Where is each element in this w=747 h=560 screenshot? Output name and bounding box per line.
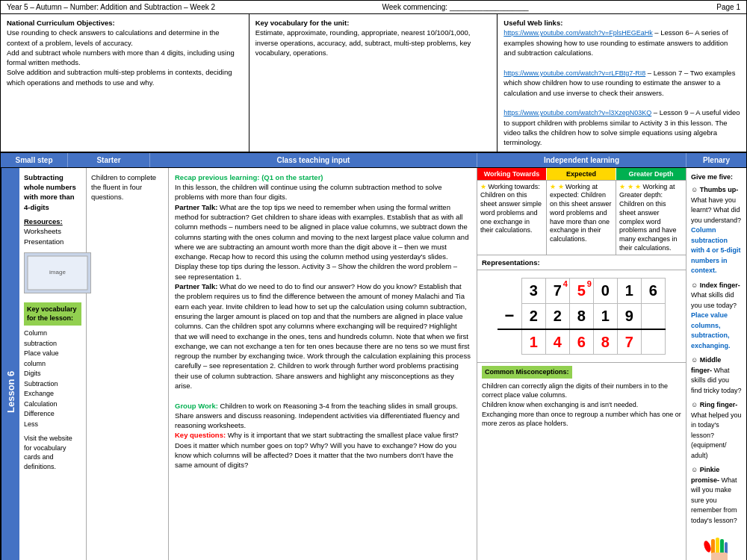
cell-r2-9: 9: [617, 304, 641, 329]
col-header-teaching: Class teaching input: [150, 153, 477, 167]
wt-text: Working towards: Children on this sheet …: [480, 183, 542, 234]
exp-text: Working at expected: Children on this sh…: [550, 183, 612, 243]
cell-r2-1b: 1: [593, 304, 617, 329]
partner-talk-2: Partner Talk:: [175, 282, 217, 290]
minus-operator: −: [498, 304, 521, 329]
small-4: 4: [563, 279, 568, 288]
objective-2: Add and subtract whole numbers with more…: [7, 49, 235, 66]
cell-r1-7: 74: [545, 279, 569, 304]
small-step-title: Subtracting whole numbers with more than…: [24, 172, 81, 212]
visit-text: Visit the website for vocabulary cards a…: [24, 434, 81, 471]
svg-text:image: image: [49, 269, 66, 276]
thumb-emoji: ☺: [691, 186, 698, 193]
ind-wt-body: ★ Working towards: Children on this shee…: [477, 181, 547, 255]
small-step-cell: Subtracting whole numbers with more than…: [19, 168, 87, 560]
cell-r3-8b: 8: [593, 329, 617, 355]
cell-r2-8: 8: [569, 304, 593, 329]
svg-rect-7: [725, 542, 728, 554]
ind-header-wt: Working Towards: [477, 168, 547, 180]
cell-r1-1: 1: [617, 279, 641, 304]
gd-stars: ★ ★ ★: [619, 183, 641, 190]
misconception-3: Exchanging more than once to regroup a n…: [482, 410, 681, 429]
header-center: Week commencing: ___________________: [215, 3, 695, 11]
starter-cell: Children to complete the fluent in four …: [87, 168, 169, 560]
teaching-para1: In this lesson, the children will contin…: [175, 183, 442, 201]
cell-r1-5: 95: [569, 279, 593, 304]
svg-rect-6: [720, 539, 724, 554]
col-header-independent: Independent learning: [477, 153, 686, 167]
index-emoji: ☺: [691, 281, 698, 289]
objective-1: Use rounding to check answers to calcula…: [7, 28, 220, 46]
header-right: Page 1: [695, 3, 740, 11]
cell-r3-1: 1: [521, 329, 545, 355]
vocabulary-cell: Key vocabulary for the unit: Estimate, a…: [249, 14, 498, 152]
ring-label: Ring finger-: [700, 401, 738, 408]
lesson-label: Lesson 6: [1, 168, 19, 560]
partner-text-2: What do we need to do to find our answer…: [175, 282, 471, 390]
starter-image: image: [24, 252, 91, 293]
misconception-2: Children know when exchanging is and isn…: [482, 400, 681, 410]
resource-worksheets: Worksheets: [24, 226, 81, 236]
cell-r2-2: 2: [521, 304, 545, 329]
ind-gd-body: ★ ★ ★ Working at Greater depth: Children…: [616, 181, 686, 255]
ring-text: What helped you in today's lesson? (equi…: [691, 411, 742, 459]
misconception-1: Children can correctly align the digits …: [482, 382, 681, 400]
svg-rect-5: [716, 538, 719, 554]
partner-talk-1: Partner Talk:: [175, 203, 217, 211]
plenary-cell: Give me five: ☺ Thumbs up- What have you…: [686, 168, 746, 560]
cell-r1-6: 6: [641, 279, 665, 304]
weblinks-title: Useful Web links:: [503, 19, 562, 27]
cell-r3-empty: [641, 329, 665, 355]
calc-row-1: 3 74 95 0 1 6: [498, 279, 665, 304]
plenary-item-3: ☺ Middle finger- What skills did you fin…: [691, 355, 742, 396]
recap-label: Recap previous learning: (Q1 on the star…: [175, 173, 323, 181]
vocab-list: Column subtraction Place value column Di…: [24, 329, 81, 429]
teaching-cell: Recap previous learning: (Q1 on the star…: [169, 168, 477, 560]
objectives-cell: National Curriculum Objectives: Use roun…: [1, 14, 249, 152]
misconceptions-title: Common Misconceptions:: [482, 366, 572, 379]
weblink-2[interactable]: https://www.youtube.com/watch?v=rLFBtg7-…: [503, 69, 645, 77]
middle-emoji: ☺: [691, 356, 698, 364]
col-header-smallstep: Small step: [1, 153, 68, 167]
index-text: What skills did you use today?: [691, 291, 737, 309]
weblink-3[interactable]: https://www.youtube.com/watch?v=l3XzepN0…: [503, 109, 651, 116]
place-value-table: 3 74 95 0 1 6 − 2 2 8 1: [498, 278, 666, 355]
weblink-1[interactable]: https://www.youtube.com/watch?v=FplsHEGE…: [503, 29, 652, 37]
operator-empty: [498, 279, 521, 304]
ind-header-exp: Expected: [547, 168, 616, 180]
calc-row-2: − 2 2 8 1 9: [498, 304, 665, 329]
misconceptions-box: Common Misconceptions: Children can corr…: [477, 363, 686, 432]
svg-rect-4: [711, 539, 715, 554]
cell-r3-4: 4: [545, 329, 569, 355]
ind-header-gd: Greater Depth: [616, 168, 686, 180]
plenary-item-1: ☺ Thumbs up- What have you learnt? What …: [691, 185, 742, 276]
plenary-item-4: ☺ Ring finger- What helped you in today'…: [691, 400, 742, 461]
hand-svg: [701, 532, 731, 560]
calc-row-3: 1 4 6 8 7: [498, 329, 665, 355]
index-label: Index finger-: [700, 281, 740, 289]
svg-point-3: [703, 540, 713, 553]
ring-emoji: ☺: [691, 401, 698, 408]
thumb-text: What have you learnt? What did you under…: [691, 196, 741, 224]
vocabulary-text: Estimate, approximate, rounding, appropr…: [255, 28, 471, 57]
index-highlight: Place value columns, subtraction, exchan…: [691, 311, 731, 349]
independent-cell: Working Towards Expected Greater Depth ★…: [477, 168, 686, 560]
svg-rect-8: [711, 553, 728, 560]
plenary-item-2: ☺ Index finger- What skills did you use …: [691, 281, 742, 352]
thumb-label: Thumbs up-: [700, 186, 739, 193]
cell-r3-6: 6: [569, 329, 593, 355]
weblinks-cell: Useful Web links: https://www.youtube.co…: [498, 14, 746, 152]
cell-r1-3: 3: [521, 279, 545, 304]
thumb-highlight: Column subtraction with 4 or 5-digit num…: [691, 226, 741, 274]
header-left: Year 5 – Autumn – Number: Addition and S…: [7, 3, 215, 11]
cell-r1-0: 0: [593, 279, 617, 304]
plenary-title: Give me five:: [691, 172, 742, 183]
cell-r3-7: 7: [617, 329, 641, 355]
calc-visual: 3 74 95 0 1 6 − 2 2 8 1: [477, 270, 686, 363]
wt-star: ★: [480, 183, 486, 190]
group-work-text: Children to work on Reasoning 3-4 from t…: [175, 402, 459, 430]
vocab-label: Key vocabulary for the lesson:: [24, 302, 81, 326]
representations-label: Representations:: [477, 255, 686, 270]
key-q-label: Key questions:: [175, 431, 226, 439]
col-header-starter: Starter: [68, 153, 150, 167]
